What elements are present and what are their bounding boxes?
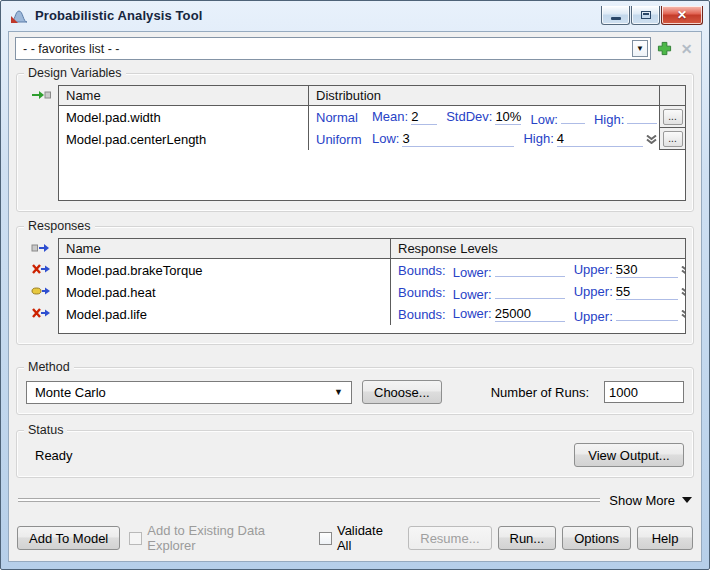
run-button[interactable]: Run...	[498, 526, 557, 550]
response-name: Model.pad.life	[59, 303, 391, 325]
options-button[interactable]: Options	[562, 526, 631, 550]
high-label[interactable]: High:	[523, 131, 553, 146]
validate-all-label: Validate All	[337, 523, 390, 553]
upper-label[interactable]: Upper:	[574, 262, 613, 277]
add-variable-icon[interactable]	[31, 89, 51, 101]
design-variables-table: Name Distribution Model.pad.width Normal…	[58, 85, 686, 201]
upper-field[interactable]	[616, 305, 678, 321]
choose-button[interactable]: Choose...	[362, 380, 442, 404]
bounds-link[interactable]: Bounds:	[398, 307, 446, 322]
lower-label[interactable]: Lower:	[453, 306, 492, 321]
responses-group: Responses	[16, 226, 694, 345]
stddev-field[interactable]: 10%	[495, 109, 521, 125]
add-favorite-button[interactable]	[656, 40, 673, 57]
table-empty-area	[59, 325, 685, 333]
show-more-label: Show More	[609, 493, 675, 508]
help-button[interactable]: Help	[637, 526, 693, 550]
lower-label[interactable]: Lower:	[453, 287, 492, 302]
show-more-toggle[interactable]: Show More	[609, 493, 692, 508]
responses-table: Name Response Levels Model.pad.brakeTorq…	[58, 238, 686, 334]
low-label[interactable]: Low:	[530, 112, 557, 127]
lower-label[interactable]: Lower:	[453, 265, 492, 280]
method-group: Method Monte Carlo ▼ Choose... Number of…	[16, 367, 694, 415]
method-selected-value: Monte Carlo	[35, 385, 106, 400]
column-header-name[interactable]: Name	[59, 86, 309, 105]
view-output-button[interactable]: View Output...	[574, 443, 684, 467]
column-header-response-levels[interactable]: Response Levels	[391, 239, 685, 258]
close-button[interactable]: ✕	[661, 6, 703, 25]
add-to-model-button[interactable]: Add To Model	[17, 526, 120, 550]
table-empty-area	[59, 150, 685, 200]
chevron-double-down-icon[interactable]	[680, 310, 686, 319]
add-response-icon[interactable]	[31, 242, 51, 254]
table-row[interactable]: Model.pad.heat Bounds: Lower: Upper:55	[59, 281, 685, 303]
method-label: Method	[24, 360, 74, 374]
upper-label[interactable]: Upper:	[574, 284, 613, 299]
low-field[interactable]: 3	[402, 131, 514, 147]
bounds-link[interactable]: Bounds:	[398, 263, 446, 278]
column-header-name[interactable]: Name	[59, 239, 391, 258]
more-options-button[interactable]: ...	[663, 131, 683, 147]
lower-field[interactable]	[495, 283, 565, 299]
probabilistic-analysis-window: Probabilistic Analysis Tool ✕ - - favori…	[0, 0, 710, 570]
distribution-link[interactable]: Uniform	[316, 132, 360, 147]
yellow-oval-arrow-icon	[31, 285, 51, 297]
gray-x-icon: ✕	[681, 41, 693, 57]
low-label[interactable]: Low:	[372, 131, 399, 146]
column-header-distribution[interactable]: Distribution	[309, 86, 659, 105]
dialog-client-area: - - favorites list - - ▼ ✕ Design Variab…	[8, 31, 702, 562]
maximize-button[interactable]	[631, 6, 660, 25]
high-field[interactable]: 4	[557, 131, 643, 147]
title-bar[interactable]: Probabilistic Analysis Tool ✕	[1, 1, 709, 30]
mean-field[interactable]: 2	[411, 109, 437, 125]
distribution-link[interactable]: Normal	[316, 110, 360, 125]
minimize-icon	[611, 17, 621, 20]
bounds-link[interactable]: Bounds:	[398, 285, 446, 300]
status-text: Ready	[26, 448, 73, 463]
response-name: Model.pad.brakeTorque	[59, 259, 391, 281]
table-row[interactable]: Model.pad.life Bounds: Lower:25000 Upper…	[59, 303, 685, 325]
green-plus-icon	[657, 41, 672, 56]
separator	[18, 498, 600, 502]
variable-name: Model.pad.centerLength	[59, 128, 309, 150]
high-field[interactable]	[627, 108, 657, 124]
number-of-runs-input[interactable]	[604, 381, 684, 403]
upper-label[interactable]: Upper:	[574, 309, 613, 324]
mean-label[interactable]: Mean:	[372, 109, 408, 124]
table-row[interactable]: Model.pad.width Normal Mean:2 StdDev:10%…	[59, 106, 685, 128]
variable-name: Model.pad.width	[59, 106, 309, 128]
low-field[interactable]	[561, 108, 585, 124]
combo-down-arrow-icon: ▼	[334, 387, 343, 397]
upper-field[interactable]: 55	[616, 284, 678, 300]
chevron-double-down-icon[interactable]	[680, 266, 686, 275]
chevron-double-down-icon[interactable]	[680, 288, 686, 297]
responses-label: Responses	[24, 219, 95, 233]
high-label[interactable]: High:	[594, 112, 624, 127]
validate-all-checkbox[interactable]	[319, 532, 332, 545]
lower-field[interactable]	[495, 261, 565, 277]
minimize-button[interactable]	[601, 6, 630, 25]
red-x-arrow-icon	[31, 263, 51, 275]
red-x-arrow-icon	[31, 307, 51, 319]
add-to-existing-checkbox	[129, 532, 142, 545]
favorites-value: - - favorites list - -	[23, 42, 120, 56]
add-to-existing-label: Add to Existing Data Explorer	[147, 523, 294, 553]
upper-field[interactable]: 530	[616, 262, 678, 278]
distribution-curve-app-icon	[10, 8, 28, 24]
delete-favorite-button: ✕	[678, 40, 695, 57]
favorites-dropdown-arrow[interactable]: ▼	[632, 40, 648, 57]
maximize-icon	[641, 11, 651, 19]
method-combobox[interactable]: Monte Carlo ▼	[26, 381, 352, 404]
chevron-double-down-icon[interactable]	[645, 135, 658, 144]
close-icon: ✕	[677, 9, 687, 21]
table-row[interactable]: Model.pad.brakeTorque Bounds: Lower: Upp…	[59, 259, 685, 281]
lower-field[interactable]: 25000	[495, 306, 565, 322]
stddev-label[interactable]: StdDev:	[446, 109, 492, 124]
favorites-combobox[interactable]: - - favorites list - - ▼	[15, 37, 651, 60]
response-name: Model.pad.heat	[59, 281, 391, 303]
column-header-actions	[659, 86, 685, 105]
design-variables-group: Design Variables Name Distribution	[16, 73, 694, 212]
more-options-button[interactable]: ...	[663, 109, 683, 125]
number-of-runs-label: Number of Runs:	[491, 385, 589, 400]
table-row[interactable]: Model.pad.centerLength Uniform Low:3 Hig…	[59, 128, 685, 150]
